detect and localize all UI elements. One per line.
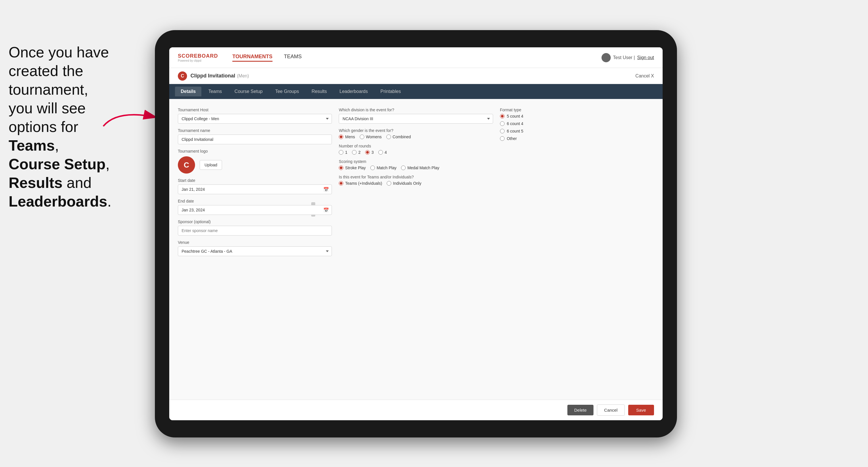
gender-label: Which gender is the event for? — [339, 128, 493, 133]
navbar: SCOREBOARD Powered by clippd TOURNAMENTS… — [169, 47, 662, 68]
gender-radio-group: Mens Womens Combined — [339, 134, 493, 139]
rounds-1[interactable]: 1 — [339, 150, 347, 155]
rounds-2-input[interactable] — [352, 150, 356, 155]
tournament-host-select[interactable]: Clippd College - Men — [178, 114, 332, 124]
format-5count4-input[interactable] — [500, 114, 504, 119]
rounds-4-input[interactable] — [378, 150, 383, 155]
gender-combined[interactable]: Combined — [386, 134, 411, 139]
gender-womens-label: Womens — [366, 134, 382, 139]
format-other-input[interactable] — [500, 136, 504, 141]
rounds-4-label: 4 — [385, 150, 387, 155]
sponsor-group: Sponsor (optional) — [178, 219, 332, 236]
tournament-icon: C — [178, 71, 187, 81]
start-date-label: Start date — [178, 178, 332, 183]
main-content: Tournament Host Clippd College - Men Tou… — [169, 99, 662, 400]
scoring-match[interactable]: Match Play — [370, 165, 396, 170]
logo-scoreboard: SCOREBOARD — [178, 53, 218, 59]
user-area: Test User | Sign out — [601, 53, 654, 62]
format-other-label: Other — [507, 136, 517, 141]
teams-plus-label: Teams (+Individuals) — [345, 181, 382, 186]
tournament-name-input[interactable] — [178, 134, 332, 144]
upload-button[interactable]: Upload — [199, 160, 222, 170]
format-radio-section: 5 count 4 6 count 4 6 count 5 — [500, 114, 654, 141]
tab-details[interactable]: Details — [175, 87, 202, 96]
rounds-3-input[interactable] — [365, 150, 370, 155]
delete-button[interactable]: Delete — [567, 405, 593, 415]
nav-teams[interactable]: TEAMS — [284, 54, 302, 62]
rounds-1-input[interactable] — [339, 150, 343, 155]
logo-placeholder: C — [178, 156, 195, 174]
format-5count4[interactable]: 5 count 4 — [500, 114, 654, 119]
scoring-stroke-label: Stroke Play — [345, 165, 366, 170]
form-section-col1: Tournament Host Clippd College - Men Tou… — [178, 107, 332, 256]
save-button[interactable]: Save — [628, 405, 654, 415]
venue-select[interactable]: Peachtree GC - Atlanta - GA — [178, 246, 332, 256]
gender-womens-input[interactable] — [360, 134, 364, 139]
logo-area: SCOREBOARD Powered by clippd — [178, 53, 218, 62]
tournament-name-label: Tournament name — [178, 128, 332, 133]
scoring-medal-match[interactable]: Medal Match Play — [401, 165, 439, 170]
tournament-logo-label: Tournament logo — [178, 149, 332, 153]
tab-results[interactable]: Results — [306, 87, 333, 96]
format-6count5[interactable]: 6 count 5 — [500, 129, 654, 133]
rounds-2-label: 2 — [358, 150, 361, 155]
gender-mens-input[interactable] — [339, 134, 343, 139]
calendar-icon-end: 📅 — [323, 208, 329, 213]
tournament-title: Clippd Invitational — [190, 73, 235, 79]
tab-leaderboards[interactable]: Leaderboards — [334, 87, 374, 96]
rounds-radio-group: 1 2 3 4 — [339, 150, 493, 155]
end-date-input[interactable] — [178, 205, 332, 215]
tab-teams[interactable]: Teams — [203, 87, 227, 96]
logo-sub: Powered by clippd — [178, 59, 218, 62]
tab-tee-groups[interactable]: Tee Groups — [269, 87, 305, 96]
sign-out-link[interactable]: Sign out — [637, 55, 654, 60]
calendar-icon-start: 📅 — [323, 187, 329, 192]
cancel-button-footer[interactable]: Cancel — [597, 404, 625, 416]
rounds-4[interactable]: 4 — [378, 150, 387, 155]
scoring-stroke[interactable]: Stroke Play — [339, 165, 366, 170]
format-6count4-input[interactable] — [500, 121, 504, 126]
rounds-group: Number of rounds 1 2 — [339, 144, 493, 155]
division-label: Which division is the event for? — [339, 107, 493, 112]
format-6count5-input[interactable] — [500, 129, 504, 133]
cancel-button-header[interactable]: Cancel X — [636, 73, 654, 79]
format-type-label: Format type — [500, 107, 654, 112]
nav-tournaments[interactable]: TOURNAMENTS — [232, 54, 273, 62]
teams-plus-input[interactable] — [339, 181, 343, 186]
venue-label: Venue — [178, 240, 332, 245]
rounds-2[interactable]: 2 — [352, 150, 361, 155]
rounds-1-label: 1 — [345, 150, 347, 155]
teams-plus-individuals[interactable]: Teams (+Individuals) — [339, 181, 382, 186]
division-select[interactable]: NCAA Division III — [339, 114, 493, 124]
gender-combined-label: Combined — [393, 134, 411, 139]
scoring-medal-match-input[interactable] — [401, 165, 406, 170]
individuals-only-input[interactable] — [387, 181, 391, 186]
scoring-match-input[interactable] — [370, 165, 375, 170]
start-date-input[interactable] — [178, 184, 332, 194]
scoring-label: Scoring system — [339, 159, 493, 164]
form-section-col2: Which division is the event for? NCAA Di… — [339, 107, 493, 256]
scoring-stroke-input[interactable] — [339, 165, 343, 170]
user-avatar — [601, 53, 611, 62]
rounds-3-label: 3 — [371, 150, 374, 155]
format-5count4-label: 5 count 4 — [507, 114, 524, 119]
tournament-subtitle: (Men) — [237, 73, 249, 79]
gender-mens-label: Mens — [345, 134, 355, 139]
tournament-host-label: Tournament Host — [178, 107, 332, 112]
tablet-screen: SCOREBOARD Powered by clippd TOURNAMENTS… — [169, 47, 662, 420]
individuals-only[interactable]: Individuals Only — [387, 181, 422, 186]
gender-womens[interactable]: Womens — [360, 134, 382, 139]
tournament-name-group: Tournament name — [178, 128, 332, 144]
tab-course-setup[interactable]: Course Setup — [229, 87, 269, 96]
sponsor-input[interactable] — [178, 226, 332, 236]
teams-label: Is this event for Teams and/or Individua… — [339, 175, 493, 179]
tab-printables[interactable]: Printables — [375, 87, 406, 96]
format-other[interactable]: Other — [500, 136, 654, 141]
gender-mens[interactable]: Mens — [339, 134, 355, 139]
nav-links: TOURNAMENTS TEAMS — [232, 54, 601, 62]
end-date-label: End date — [178, 199, 332, 204]
gender-combined-input[interactable] — [386, 134, 391, 139]
rounds-3[interactable]: 3 — [365, 150, 374, 155]
format-6count4[interactable]: 6 count 4 — [500, 121, 654, 126]
scoring-group: Scoring system Stroke Play Match Play — [339, 159, 493, 170]
